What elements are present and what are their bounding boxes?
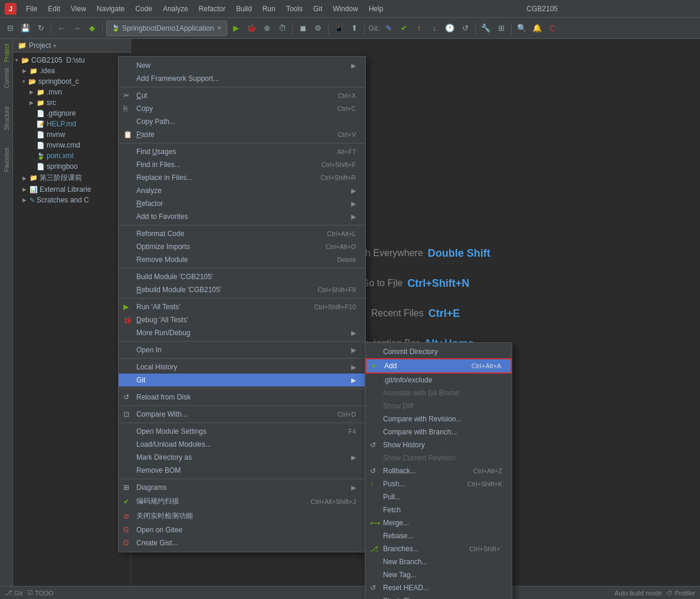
git-submenu-pull[interactable]: Pull...: [365, 490, 512, 503]
menu-item-openin[interactable]: Open In ▶: [119, 343, 365, 356]
menu-item-removebom[interactable]: Remove BOM: [119, 464, 365, 477]
run-config-selector[interactable]: 🍃 SpringbootDemo1Application ▼: [106, 21, 227, 36]
git-submenu-resethead[interactable]: ↺ Reset HEAD...: [365, 581, 512, 594]
toolbar-device-icon[interactable]: 📱: [332, 22, 345, 35]
menu-item-morerun[interactable]: More Run/Debug ▶: [119, 326, 365, 339]
tree-item-idea[interactable]: ▶ 📁 .idea: [13, 66, 130, 76]
menu-view[interactable]: View: [66, 4, 91, 14]
toolbar-share-icon[interactable]: ⬆: [348, 22, 361, 35]
toolbar-rider-icon[interactable]: C: [546, 22, 559, 35]
menu-item-framework[interactable]: Add Framework Support...: [119, 72, 365, 85]
sidebar-tab-project[interactable]: Project: [1, 41, 12, 64]
toolbar-layout-icon[interactable]: ⊞: [495, 22, 508, 35]
menu-item-refactor[interactable]: Refactor ▶: [119, 197, 365, 210]
menu-item-new[interactable]: New ▶: [119, 59, 365, 72]
tree-item-gitignore[interactable]: 📄 .gitignore: [13, 108, 130, 119]
git-submenu-comparewithrev[interactable]: Compare with Revision...: [365, 413, 512, 425]
menu-item-runtests[interactable]: ▶ Run 'All Tests' Ctrl+Shift+F10: [119, 300, 365, 313]
menu-item-removemodule[interactable]: Remove Module Delete: [119, 253, 365, 266]
tree-item-mvn[interactable]: ▶ 📁 .mvn: [13, 87, 130, 97]
menu-item-markdir[interactable]: Mark Directory as ▶: [119, 451, 365, 464]
git-submenu-push[interactable]: ↑ Push... Ctrl+Shift+K: [365, 477, 512, 490]
toolbar-project-icon[interactable]: ⊟: [4, 22, 17, 35]
menu-item-build[interactable]: Build Module 'CGB2105': [119, 270, 365, 283]
menu-item-compare[interactable]: ⊡ Compare With... Ctrl+D: [119, 408, 365, 421]
menu-item-git[interactable]: Git ▶: [119, 374, 365, 387]
toolbar-git-revert-icon[interactable]: ↺: [459, 22, 472, 35]
git-submenu-newtag[interactable]: New Tag...: [365, 568, 512, 581]
git-submenu-newbranch[interactable]: New Branch...: [365, 555, 512, 568]
menu-refactor[interactable]: Refactor: [194, 4, 230, 14]
git-submenu-fetch[interactable]: Fetch: [365, 503, 512, 516]
git-submenu-branches[interactable]: ⎇ Branches... Ctrl+Shift+`: [365, 542, 512, 555]
menu-item-gitee[interactable]: G Open on Gitee: [119, 523, 365, 536]
toolbar-search-icon[interactable]: 🔍: [515, 22, 528, 35]
menu-git[interactable]: Git: [309, 4, 327, 14]
git-submenu-add[interactable]: + Add Ctrl+Alt+A: [365, 358, 512, 374]
sidebar-tab-commit[interactable]: Commit: [1, 66, 12, 90]
git-submenu-showhistory[interactable]: ↺ Show History: [365, 438, 512, 451]
toolbar-git-fetch-icon[interactable]: ↓: [428, 22, 441, 35]
status-profiler[interactable]: ⏱ Profiler: [666, 590, 695, 597]
menu-edit[interactable]: Edit: [43, 4, 65, 14]
menu-item-findusages[interactable]: Find Usages Alt+F7: [119, 145, 365, 158]
tree-item-springboot[interactable]: ▾ 📂 springboot_c: [13, 76, 130, 87]
tree-item-src[interactable]: ▶ 📁 src: [13, 97, 130, 108]
tree-item-mvnwcmd[interactable]: 📄 mvnw.cmd: [13, 140, 130, 150]
menu-navigate[interactable]: Navigate: [92, 4, 129, 14]
status-build[interactable]: Auto-build mode: [614, 590, 662, 597]
toolbar-settings-icon[interactable]: 🔧: [479, 22, 492, 35]
menu-build[interactable]: Build: [231, 4, 257, 14]
menu-item-favorites[interactable]: Add to Favorites ▶: [119, 210, 365, 223]
git-submenu-rollback[interactable]: ↺ Rollback... Ctrl+Alt+Z: [365, 464, 512, 477]
tree-item-extlibs[interactable]: ▶ 📊 External Librarie: [13, 184, 130, 195]
status-todo[interactable]: ☑ TODO: [27, 589, 54, 597]
git-submenu-showdiff[interactable]: Show Diff: [365, 400, 512, 413]
menu-tools[interactable]: Tools: [282, 4, 308, 14]
menu-file[interactable]: File: [21, 4, 42, 14]
menu-item-optimize[interactable]: Optimize Imports Ctrl+Alt+O: [119, 240, 365, 253]
toolbar-sync-icon[interactable]: ↻: [34, 22, 47, 35]
git-submenu-commitdir[interactable]: Commit Directory: [365, 345, 512, 358]
status-git[interactable]: ⎇ Git: [5, 589, 22, 597]
tree-item-phase3[interactable]: ▶ 📁 第三阶段课前: [13, 172, 130, 184]
tree-item-springboofile[interactable]: 📄 springboo: [13, 161, 130, 172]
git-submenu-merge[interactable]: ⟷ Merge...: [365, 516, 512, 529]
toolbar-git-push-icon[interactable]: ↑: [413, 22, 426, 35]
toolbar-coverage-icon[interactable]: ⊕: [260, 22, 273, 35]
menu-item-paste[interactable]: 📋 Paste Ctrl+V: [119, 128, 365, 141]
git-submenu-comparewithbranch[interactable]: Compare with Branch...: [365, 425, 512, 438]
menu-help[interactable]: Help: [364, 4, 388, 14]
toolbar-git-check-icon[interactable]: ✔: [397, 22, 410, 35]
menu-run[interactable]: Run: [258, 4, 280, 14]
menu-item-creategist[interactable]: G Create Gist...: [119, 536, 365, 549]
git-submenu-annotate[interactable]: Annotate with Git Blame: [365, 387, 512, 400]
menu-item-cut[interactable]: ✂ Cut Ctrl+X: [119, 89, 365, 102]
menu-item-closedetect[interactable]: ⊘ 关闭实时检测功能: [119, 509, 365, 523]
menu-window[interactable]: Window: [328, 4, 363, 14]
toolbar-git-history-icon[interactable]: 🕐: [443, 22, 456, 35]
menu-item-analyze[interactable]: Analyze ▶: [119, 184, 365, 197]
toolbar-profile-icon[interactable]: ⏱: [276, 22, 289, 35]
toolbar-stop-icon[interactable]: ◼: [296, 22, 309, 35]
tree-item-scratches[interactable]: ▶ ✎ Scratches and C: [13, 195, 130, 205]
git-submenu-showcurrentrev[interactable]: Show Current Revision: [365, 451, 512, 464]
git-submenu-rebase[interactable]: Rebase...: [365, 529, 512, 542]
toolbar-debug-icon[interactable]: 🐞: [245, 22, 258, 35]
menu-item-copy[interactable]: ⎘ Copy Ctrl+C: [119, 102, 365, 115]
menu-item-findinfiles[interactable]: Find in Files... Ctrl+Shift+F: [119, 158, 365, 171]
sidebar-tab-structure[interactable]: Structure: [1, 104, 12, 133]
toolbar-forward-icon[interactable]: →: [70, 22, 83, 35]
toolbar-back-icon[interactable]: ←: [55, 22, 68, 35]
menu-item-replace[interactable]: Replace in Files... Ctrl+Shift+R: [119, 171, 365, 184]
tree-item-helpmd[interactable]: 📝 HELP.md: [13, 119, 130, 129]
menu-code[interactable]: Code: [130, 4, 157, 14]
toolbar-build-icon[interactable]: ⚙: [312, 22, 325, 35]
git-submenu-gitinfo[interactable]: .git/info/exclude: [365, 374, 512, 387]
toolbar-run-icon[interactable]: ▶: [230, 22, 243, 35]
menu-item-rebuild[interactable]: Rebuild Module 'CGB2105' Ctrl+Shift+F9: [119, 283, 365, 296]
tree-item-pomxml[interactable]: 🍃 pom.xml: [13, 150, 130, 161]
tree-item-cgb2105[interactable]: ▾ 📂 CGB2105 D:\stu: [13, 55, 130, 66]
menu-item-loadunload[interactable]: Load/Unload Modules...: [119, 438, 365, 451]
sidebar-tab-favorites[interactable]: Favorites: [1, 145, 12, 174]
